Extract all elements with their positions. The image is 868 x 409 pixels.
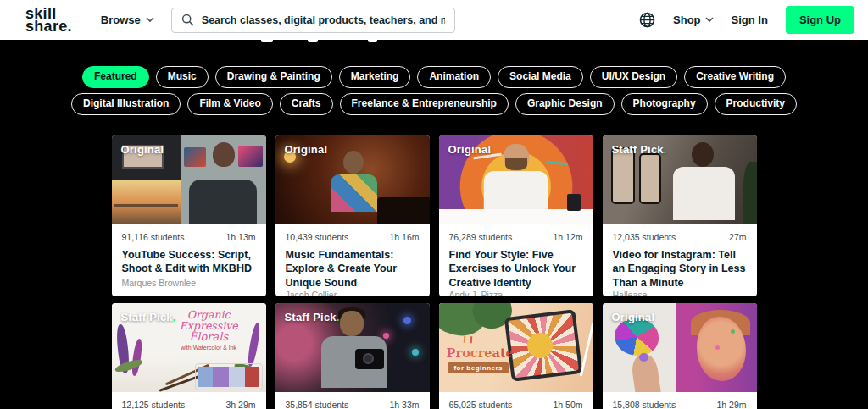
class-card-info: 12,035 students 27m Video for Instagram:…: [603, 224, 757, 296]
class-card-info: 12,125 students 3h 29m: [112, 392, 266, 409]
class-author[interactable]: Hallease: [613, 290, 747, 296]
category-pill-film-video[interactable]: Film & Video: [187, 93, 272, 115]
category-pill-featured[interactable]: Featured: [82, 66, 149, 88]
class-card-video-for-instagram[interactable]: Staff Pick. 12,035 students 27m Video fo…: [603, 135, 757, 296]
class-thumbnail-image: Staff Pick.: [603, 135, 757, 224]
class-title[interactable]: Music Fundamentals: Explore & Create You…: [286, 248, 420, 290]
sparkle-doodle-graphic: [463, 336, 472, 344]
shop-label: Shop: [673, 14, 701, 26]
category-pill-animation[interactable]: Animation: [417, 66, 491, 88]
instructor-portrait-graphic: [340, 311, 364, 336]
phone-mockup-graphic: [639, 153, 660, 205]
category-pill-graphic-design[interactable]: Graphic Design: [515, 93, 615, 115]
class-thumbnail-image: Original: [603, 303, 757, 392]
pen-cup-graphic: [567, 194, 581, 211]
class-title[interactable]: YouTube Success: Script, Shoot & Edit wi…: [122, 248, 256, 276]
student-count: 65,025 students: [449, 400, 513, 409]
monitor-graphic: [184, 147, 205, 167]
student-count: 35,854 students: [286, 400, 349, 409]
student-count: 15,808 students: [613, 400, 676, 409]
class-badge: Staff Pick.: [121, 311, 176, 323]
desk-graphic: [439, 209, 593, 224]
category-pill-uiux-design[interactable]: UI/UX Design: [590, 66, 677, 88]
instructor-portrait-graphic: [189, 180, 257, 224]
class-thumbnail-image: Original: [112, 135, 266, 224]
sign-in-link[interactable]: Sign In: [732, 14, 768, 26]
class-card-info: 35,854 students 1h 33m: [275, 392, 430, 409]
browse-menu[interactable]: Browse: [101, 14, 154, 26]
instructor-portrait-graphic: [343, 151, 364, 174]
class-badge: Original: [448, 143, 492, 156]
class-card-info: 91,116 students 1h 13m YouTube Success: …: [112, 224, 266, 296]
class-card-camera-creator[interactable]: Staff Pick. 35,854 students 1h 33m: [275, 303, 430, 409]
class-stats-row: 76,289 students 1h 12m: [449, 232, 583, 242]
partial-heading-fragment: [261, 40, 273, 42]
lavender-flower-graphic: [131, 338, 143, 376]
class-author[interactable]: Jacob Collier: [286, 290, 420, 296]
category-pill-productivity[interactable]: Productivity: [715, 93, 797, 115]
class-badge: Staff Pick.: [285, 311, 340, 323]
class-card-grid: Original 91,116 students 1h 13m YouTube …: [112, 135, 757, 409]
monitor-graphic: [238, 146, 263, 167]
instructor-portrait-graphic: [692, 142, 714, 167]
class-duration: 1h 12m: [553, 232, 582, 242]
chevron-down-icon: [146, 17, 154, 23]
search-bar[interactable]: [171, 8, 455, 33]
class-duration: 1h 50m: [553, 400, 582, 409]
watercolor-palette-graphic: [195, 363, 263, 390]
instructor-portrait-graphic: [483, 171, 548, 211]
class-card-watercolor-florals[interactable]: Organic Expressive Florals with Watercol…: [112, 303, 266, 409]
logo-line2: share.: [25, 20, 72, 33]
class-card-music-fundamentals[interactable]: Original 10,439 students 1h 16m Music Fu…: [275, 135, 430, 296]
class-author[interactable]: Andy J. Pizza: [449, 290, 583, 296]
thumbnail-subtitle-text: for beginners: [448, 362, 509, 373]
instructor-portrait-graphic: [213, 142, 235, 167]
top-navbar: skill share. Browse Shop Sign In Sign Up: [0, 0, 868, 40]
class-title[interactable]: Find Your Style: Five Exercises to Unloc…: [449, 248, 583, 290]
class-duration: 1h 16m: [389, 232, 419, 242]
class-author[interactable]: Marques Brownlee: [122, 278, 256, 288]
thumbnail-title-text: Procreate: [447, 345, 514, 360]
class-card-oil-pastel-art[interactable]: Original 15,808 students 1h 29m: [603, 303, 757, 409]
class-card-info: 65,025 students 1h 50m: [439, 392, 593, 409]
category-pill-freelance-entrepreneurship[interactable]: Freelance & Entrepreneurship: [340, 93, 509, 115]
student-count: 12,035 students: [613, 232, 676, 242]
navbar-right-group: Shop Sign In Sign Up: [639, 6, 854, 34]
category-pill-drawing-painting[interactable]: Drawing & Painting: [215, 66, 332, 88]
search-input[interactable]: [202, 14, 445, 26]
bridge-graphic: [114, 204, 178, 207]
category-pill-music[interactable]: Music: [156, 66, 209, 88]
class-card-find-your-style[interactable]: Original 76,289 students 1h 12m Find You…: [439, 135, 593, 296]
class-thumbnail-image: Original: [439, 135, 593, 224]
search-icon: [181, 14, 194, 26]
student-count: 10,439 students: [286, 232, 349, 242]
class-stats-row: 12,125 students 3h 29m: [122, 400, 256, 409]
class-duration: 1h 13m: [225, 232, 255, 242]
sign-up-button[interactable]: Sign Up: [786, 6, 854, 34]
class-stats-row: 91,116 students 1h 13m: [122, 232, 256, 242]
category-pill-marketing[interactable]: Marketing: [339, 66, 411, 88]
phone-mockup-graphic: [611, 147, 634, 204]
class-stats-row: 12,035 students 27m: [613, 232, 747, 242]
class-stats-row: 15,808 students 1h 29m: [613, 400, 747, 409]
skillshare-logo[interactable]: skill share.: [25, 8, 72, 33]
student-count: 91,116 students: [122, 232, 185, 242]
category-pill-photography[interactable]: Photography: [621, 93, 708, 115]
partial-heading-fragment: [368, 40, 377, 42]
category-pill-crafts[interactable]: Crafts: [280, 93, 333, 115]
class-duration: 1h 29m: [716, 400, 746, 409]
class-title[interactable]: Video for Instagram: Tell an Engaging St…: [613, 248, 747, 290]
class-card-procreate-beginners[interactable]: Procreate for beginners 65,025 students …: [439, 303, 593, 409]
language-globe-icon[interactable]: [639, 12, 655, 28]
category-pill-social-media[interactable]: Social Media: [498, 66, 583, 88]
pastel-flower-graphic: [615, 318, 659, 356]
shop-menu[interactable]: Shop: [673, 14, 714, 26]
portrait-painting-graphic: [697, 317, 746, 381]
class-duration: 3h 29m: [225, 400, 255, 409]
category-pill-creative-writing[interactable]: Creative Writing: [684, 66, 786, 88]
class-card-mkbhd[interactable]: Original 91,116 students 1h 13m YouTube …: [112, 135, 266, 296]
instructor-portrait-graphic: [331, 174, 377, 212]
paint-speckle-graphic: [715, 345, 720, 350]
bokeh-light-graphic: [383, 333, 389, 339]
category-pill-digital-illustration[interactable]: Digital Illustration: [71, 93, 181, 115]
